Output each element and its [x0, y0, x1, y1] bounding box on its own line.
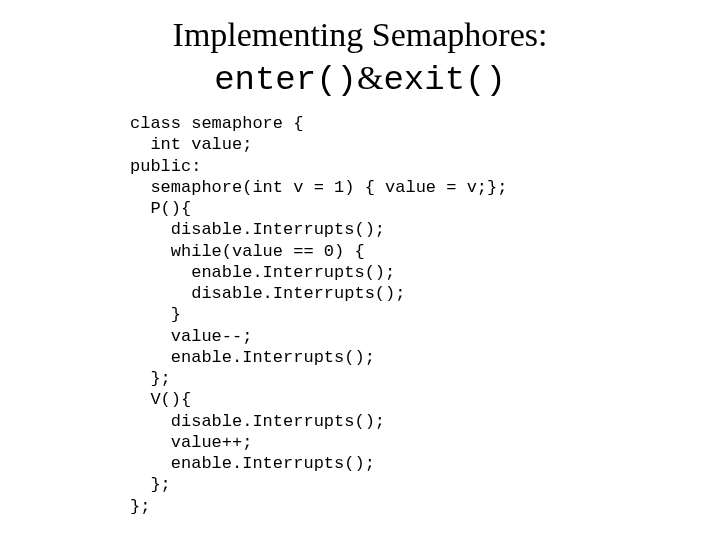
- slide-title: Implementing Semaphores: enter()&exit(): [0, 0, 720, 101]
- title-right-code: exit(): [383, 61, 505, 99]
- slide: Implementing Semaphores: enter()&exit() …: [0, 0, 720, 540]
- title-line2: enter()&exit(): [0, 57, 720, 102]
- code-block: class semaphore { int value; public: sem…: [130, 113, 720, 517]
- title-left-code: enter(): [214, 61, 357, 99]
- title-amp: &: [357, 59, 383, 96]
- title-line1: Implementing Semaphores:: [0, 14, 720, 57]
